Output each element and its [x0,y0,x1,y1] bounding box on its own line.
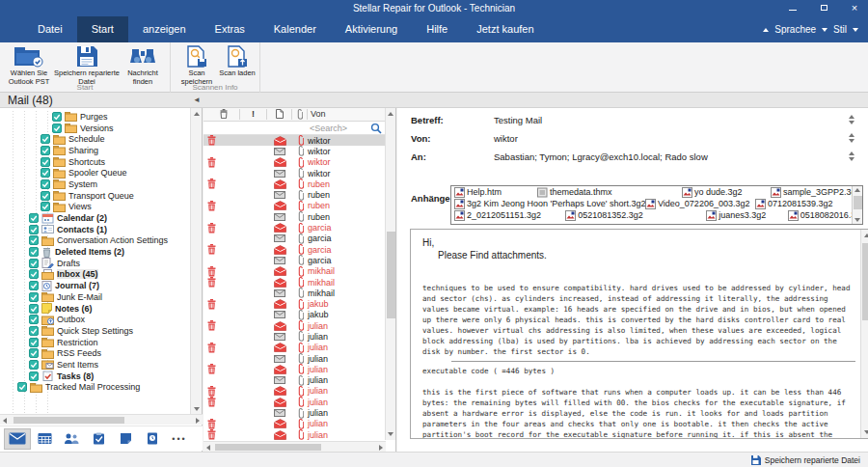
tree-item-conversation-action-settings[interactable]: Conversation Action Settings [0,235,190,247]
checkbox-icon[interactable] [29,315,39,324]
scroll-left-icon[interactable] [206,445,210,451]
tree-item-tracked-mail-processing[interactable]: Tracked Mail Processing [0,382,190,394]
checkbox-icon[interactable] [29,213,39,223]
message-row[interactable]: jakub [203,310,395,320]
field-spinner[interactable] [849,115,854,124]
message-row[interactable]: julian [203,419,395,429]
message-row[interactable]: wiktor [203,135,395,146]
message-row[interactable]: mikhail [203,266,395,277]
checkbox-icon[interactable] [29,281,39,290]
attachment-juanes3-3g2[interactable]: juanes3.3g2 [706,210,787,221]
menu-tab-jetzt-kaufen[interactable]: Jetzt kaufen [462,16,548,42]
save-repaired-file-action[interactable]: Speichern reparierte Datei [750,454,860,465]
scroll-down-icon[interactable] [854,218,860,222]
attachment-0712081539-3g2[interactable]: 0712081539.3g2 [755,199,833,209]
message-body-scrollbar[interactable] [860,230,868,438]
field-spinner[interactable] [849,151,854,161]
message-row[interactable]: julian [203,331,395,342]
ribbon-button-nachricht-finden[interactable]: Nachricht finden [120,44,166,86]
attachments-scrollbar[interactable] [852,186,862,224]
menu-tab-extras[interactable]: Extras [201,16,259,42]
tree-item-sent-items[interactable]: Sent Items [0,359,190,371]
message-row[interactable]: ruben [203,201,395,211]
scroll-thumb[interactable] [862,243,868,320]
message-row[interactable]: julian [203,353,395,364]
tree-item-outbox[interactable]: Outbox [0,314,190,325]
attachment-help-htm[interactable]: Help.htm [454,187,537,198]
checkbox-icon[interactable] [29,235,39,245]
scroll-thumb[interactable] [215,444,321,451]
message-row[interactable]: wiktor [203,146,395,156]
language-dropdown-icon[interactable] [822,28,827,32]
search-row[interactable]: <Search> [203,122,395,135]
tree-item-journal-7[interactable]: Journal (7) [0,280,190,291]
tree-item-notes-6[interactable]: Notes (6) [0,303,190,315]
search-icon[interactable] [370,123,382,134]
attachment-sample-3gpp2-3g2[interactable]: sample_3GPP2.3g2 [771,187,861,198]
toolbar-clipboard-check-button[interactable] [85,428,112,450]
tree-item-spooler-queue[interactable]: Spooler Queue [0,167,190,179]
tree-item-quick-step-settings[interactable]: Quick Step Settings [0,325,190,337]
column-header-von[interactable]: Von [308,109,395,120]
scroll-up-icon[interactable] [194,112,200,116]
checkbox-icon[interactable] [41,202,50,211]
column-header-exclaim[interactable]: ! [240,109,267,120]
collapse-ribbon-icon[interactable] [763,28,769,32]
tree-item-junk-e-mail[interactable]: Junk E-Mail [0,291,190,303]
message-row[interactable]: julian [203,364,395,374]
message-row[interactable]: julian [203,407,395,418]
scroll-up-icon[interactable] [854,188,860,192]
attachment-3g2-kim-jeong-hoon-perhaps-love-short-3g2[interactable]: 3g2 Kim Jeong Hoon 'Perhaps Love' short.… [454,199,645,209]
menu-tab-aktivierung[interactable]: Aktivierung [331,16,412,42]
message-list-horizontal-scrollbar[interactable] [203,441,386,452]
menu-tab-hilfe[interactable]: Hilfe [412,16,462,42]
scroll-down-icon[interactable] [864,430,868,434]
language-menu[interactable]: Sprachee [774,24,816,35]
attachment-themedata-thmx[interactable]: themedata.thmx [537,187,682,198]
style-menu[interactable]: Stil [833,24,847,35]
message-row[interactable]: ruben [203,189,395,200]
tree-item-system[interactable]: System [0,179,190,190]
tree-item-contacts-1[interactable]: Contacts (1) [0,224,190,235]
menu-tab-start[interactable]: Start [77,16,128,42]
tree-item-tasks-8[interactable]: Tasks (8) [0,371,190,382]
restore-button[interactable] [818,2,829,14]
checkbox-icon[interactable] [29,247,39,257]
tree-item-rss-feeds[interactable]: RSS Feeds [0,347,190,359]
checkbox-icon[interactable] [29,371,39,381]
checkbox-icon[interactable] [29,338,39,347]
search-placeholder[interactable]: <Search> [310,124,370,133]
toolbar-calendar-grid-button[interactable] [31,428,58,450]
message-row[interactable]: julian [203,429,395,440]
attachment-0521081352-3g2[interactable]: 0521081352.3g2 [565,210,706,221]
scroll-up-icon[interactable] [864,234,868,237]
field-spinner[interactable] [849,133,854,143]
checkbox-icon[interactable] [41,146,50,155]
folder-tree-vertical-scrollbar[interactable] [190,108,202,415]
message-row[interactable]: julian [203,375,395,386]
message-row[interactable]: garcia [203,244,395,255]
scroll-right-icon[interactable] [379,445,383,451]
column-header-doc[interactable] [267,109,292,120]
checkbox-icon[interactable] [29,292,39,302]
scroll-up-icon[interactable] [388,112,393,116]
scroll-thumb[interactable] [387,232,395,318]
scroll-thumb[interactable] [854,196,862,209]
message-row[interactable]: ruben [203,211,395,222]
message-row[interactable]: garcia [203,234,395,244]
style-dropdown-icon[interactable] [853,28,858,32]
menu-tab-anzeigen[interactable]: anzeigen [128,16,201,42]
attachment-2-0212051151-3g2[interactable]: 2_0212051151.3g2 [454,210,565,221]
checkbox-icon[interactable] [29,259,39,268]
checkbox-icon[interactable] [52,124,62,133]
tree-item-purges[interactable]: Purges [0,111,190,123]
checkbox-icon[interactable] [29,348,39,358]
message-row[interactable]: julian [203,397,395,407]
scroll-right-icon[interactable] [196,418,200,424]
toolbar-journal-page-button[interactable] [139,428,166,450]
tree-item-drafts[interactable]: Drafts [0,258,190,269]
tree-item-schedule[interactable]: Schedule [0,133,190,145]
message-row[interactable]: mikhail [203,288,395,298]
tree-item-views[interactable]: Views [0,202,190,213]
toolbar-more-button[interactable]: ••• [166,428,193,450]
